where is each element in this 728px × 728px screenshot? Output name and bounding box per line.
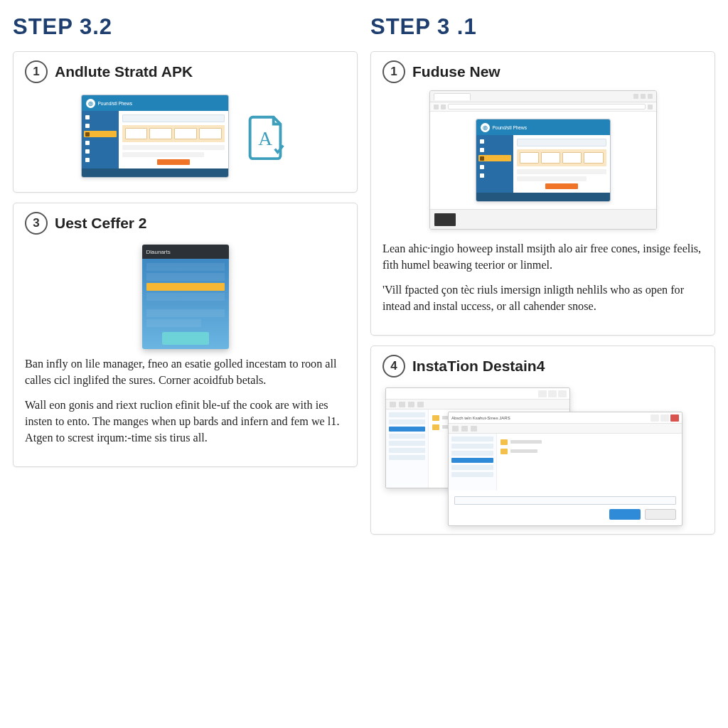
app-logo-icon: ◎	[86, 99, 95, 108]
open-button[interactable]	[609, 509, 641, 520]
step3-body: Ban infly on lile manager, fneo an esati…	[25, 356, 346, 446]
dialog-title: Absch teln Ksahut-Smes JARS	[451, 416, 510, 420]
folder-icon	[432, 424, 439, 430]
explorer-screenshot: Absch teln Ksahut-Smes JARS	[382, 385, 703, 527]
phone-screenshot: Dlaunarts	[142, 245, 229, 349]
right-column: STEP 3 .1 1 Fuduse New ◎ Pou	[370, 14, 715, 714]
step-title: Uest Ceffer 2	[55, 215, 147, 232]
card-step4-right: 4 InstaTion Destain4	[370, 346, 715, 535]
step-title: Fuduse New	[412, 63, 500, 80]
card-step1-left: 1 Andlute Stratd APK ◎ Pound/stl Phews	[13, 51, 358, 193]
card-step3-left: 3 Uest Ceffer 2 Dlaunarts Ban infly on l	[13, 203, 358, 467]
cancel-button[interactable]	[645, 509, 676, 520]
step-header-right: STEP 3 .1	[370, 14, 715, 40]
phone-header: Dlaunarts	[142, 245, 229, 259]
svg-text:A: A	[258, 127, 272, 149]
folder-icon	[500, 439, 508, 445]
step-header-left: STEP 3.2	[13, 14, 358, 40]
step1-right-body: Lean ahic·ingio howeep install msijth al…	[382, 241, 703, 315]
step-number-badge: 1	[382, 60, 405, 83]
step-title: Andlute Stratd APK	[55, 63, 193, 80]
step-number-badge: 1	[25, 60, 48, 83]
dashboard-title: Pound/stl Phews	[98, 101, 132, 106]
browser-screenshot: ◎ Pound/stl Phews	[429, 90, 657, 230]
folder-icon	[500, 449, 508, 454]
filename-field[interactable]	[454, 496, 676, 505]
step-number-badge: 3	[25, 212, 48, 235]
dashboard-screenshot: ◎ Pound/stl Phews	[81, 95, 229, 178]
folder-icon	[432, 415, 439, 421]
left-column: STEP 3.2 1 Andlute Stratd APK ◎ Pound/st…	[13, 14, 358, 714]
close-icon[interactable]	[670, 414, 679, 422]
card-step1-right: 1 Fuduse New ◎ Pound/stl Phews	[370, 51, 715, 336]
step-number-badge: 4	[382, 355, 405, 378]
apk-file-icon: A	[243, 110, 290, 163]
step-title: InstaTion Destain4	[412, 358, 545, 375]
